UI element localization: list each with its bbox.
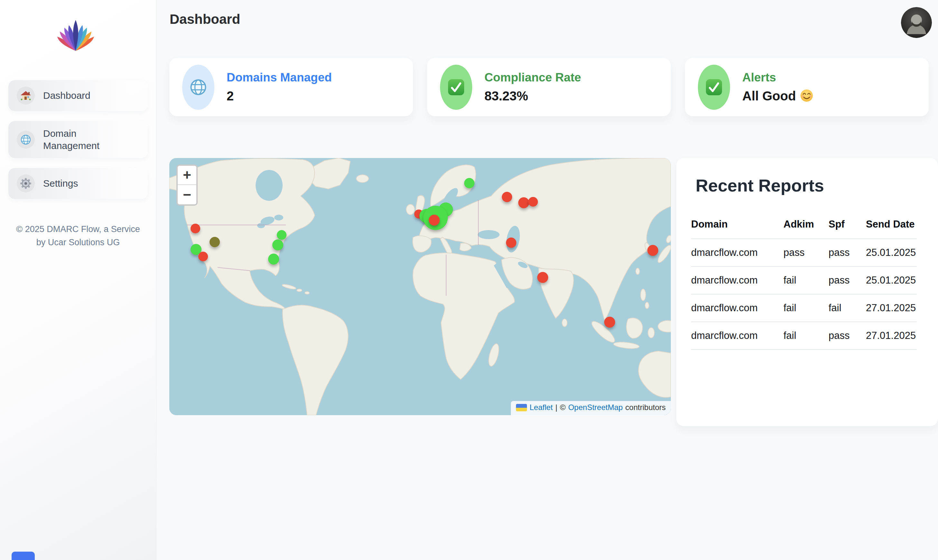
sidebar-nav: Dashboard Domain Management [0,80,156,209]
ukraine-flag-icon [516,404,527,411]
map-marker-red[interactable] [604,317,615,328]
page-title: Dashboard [170,12,240,27]
copyright-line-2: by Ucar Solutions UG [0,236,156,249]
map-marker-red[interactable] [537,272,548,283]
smiling-face-icon [800,89,813,103]
cell-spf: fail [829,302,866,314]
cell-send-date: 25.01.2025 [866,247,917,258]
stat-value: 83.23% [484,89,581,103]
stat-card-compliance-rate: Compliance Rate 83.23% [427,58,671,116]
map-marker-layer [169,158,671,415]
map-marker-green[interactable] [272,240,283,251]
sidebar-item-dashboard[interactable]: Dashboard [8,80,148,111]
dmarc-flow-logo [57,13,96,51]
cell-spf: pass [829,275,866,286]
map-zoom-control: + − [177,165,198,206]
map-marker-green[interactable] [277,230,286,240]
cell-domain: dmarcflow.com [691,275,784,286]
map-marker-green[interactable] [268,254,279,265]
map-marker-red[interactable] [191,224,200,233]
stat-card-domains-managed: Domains Managed 2 [169,58,413,116]
cell-adkim: fail [784,275,829,286]
column-header-send-date: Send Date [866,218,917,230]
map-marker-red[interactable] [502,192,512,202]
recent-reports-panel: Recent Reports Domain Adkim Spf Send Dat… [676,158,938,426]
cell-spf: pass [829,330,866,342]
cell-send-date: 25.01.2025 [866,275,917,286]
attribution-contributors: contributors [626,403,666,412]
copyright-line-1: © 2025 DMARC Flow, a Service [0,223,156,236]
cell-domain: dmarcflow.com [691,302,784,314]
cell-domain: dmarcflow.com [691,330,784,342]
map-marker-red[interactable] [506,237,516,248]
sidebar-item-label: Dashboard [43,89,91,102]
sidebar-item-label: Domain Management [43,128,130,152]
cell-adkim: pass [784,247,829,258]
map-marker-red[interactable] [518,197,529,208]
stat-card-alerts: Alerts All Good [685,58,929,116]
reports-table-header: Domain Adkim Spf Send Date [691,218,917,239]
zoom-in-button[interactable]: + [178,166,196,185]
lotus-leaf-logo-icon [57,13,96,51]
column-header-adkim: Adkim [784,218,829,230]
globe-icon [182,65,214,110]
map-marker-green[interactable] [464,178,475,188]
stat-cards-row: Domains Managed 2 Compliance Rate 83.23% [169,58,929,116]
reports-table: Domain Adkim Spf Send Date dmarcflow.com… [691,218,917,350]
gear-icon [17,174,35,192]
globe-icon [17,131,35,149]
table-row[interactable]: dmarcflow.com fail pass 25.01.2025 [691,267,917,294]
map-marker-red[interactable] [198,252,208,262]
table-row[interactable]: dmarcflow.com fail pass 27.01.2025 [691,322,917,350]
stat-title: Alerts [742,71,813,84]
sidebar-item-domain-management[interactable]: Domain Management [8,121,148,158]
house-icon [17,86,35,105]
stat-value: 2 [227,89,332,103]
check-mark-icon [440,65,472,110]
table-row[interactable]: dmarcflow.com pass pass 25.01.2025 [691,239,917,267]
cell-send-date: 27.01.2025 [866,330,917,342]
table-row[interactable]: dmarcflow.com fail fail 27.01.2025 [691,294,917,322]
stat-value: All Good [742,89,813,103]
cell-spf: pass [829,247,866,258]
cell-adkim: fail [784,330,829,342]
attribution-copyright: © [560,403,566,412]
column-header-domain: Domain [691,218,784,230]
cell-send-date: 27.01.2025 [866,302,917,314]
sidebar-item-label: Settings [43,177,78,189]
check-mark-icon [698,65,730,110]
sidebar: Dashboard Domain Management [0,0,157,560]
column-header-spf: Spf [829,218,866,230]
recent-reports-title: Recent Reports [696,175,917,195]
map-attribution: Leaflet | © OpenStreetMap contributors [511,401,671,415]
copyright-text: © 2025 DMARC Flow, a Service by Ucar Sol… [0,223,156,249]
world-map[interactable]: + − Leaflet | © OpenStreetMap contributo… [169,158,671,415]
zoom-out-button[interactable]: − [178,185,196,205]
scrollbar-thumb[interactable] [12,552,35,560]
map-marker-red[interactable] [528,197,538,207]
app-window: Dashboard Domain Management [0,0,938,560]
cell-adkim: fail [784,302,829,314]
user-avatar[interactable] [901,7,932,38]
map-marker-olive[interactable] [209,237,220,247]
map-marker-red[interactable] [429,215,440,226]
stat-title: Compliance Rate [484,71,581,84]
stat-value-text: All Good [742,89,796,103]
main-content: Dashboard [157,0,938,560]
leaflet-link[interactable]: Leaflet [529,403,553,412]
attribution-separator: | [555,403,557,412]
sidebar-item-settings[interactable]: Settings [8,168,148,199]
stat-title: Domains Managed [227,71,332,84]
map-marker-red[interactable] [647,245,658,256]
cell-domain: dmarcflow.com [691,247,784,258]
openstreetmap-link[interactable]: OpenStreetMap [568,403,623,412]
